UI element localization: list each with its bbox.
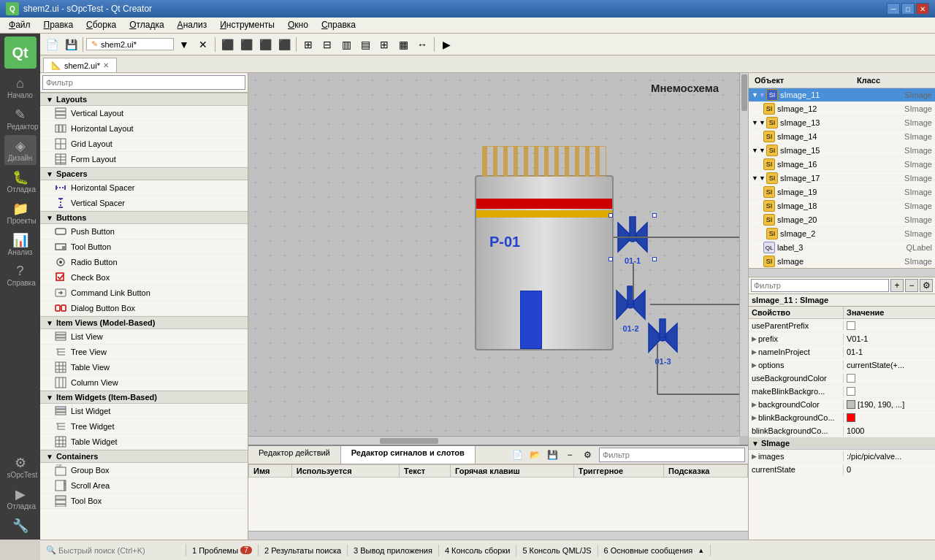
menu-debug[interactable]: Отладка <box>123 18 169 33</box>
align-top-button[interactable]: ⬛ <box>275 36 293 53</box>
canvas-vscrollbar[interactable] <box>739 73 748 436</box>
widget-check-box[interactable]: Check Box <box>40 270 248 285</box>
close-tab-button[interactable]: ✕ <box>194 36 212 53</box>
tab-signal-editor[interactable]: Редактор сигналов и слотов <box>341 446 476 464</box>
sidebar-welcome[interactable]: ⌂ Qt Начало <box>4 73 37 102</box>
expand-17[interactable]: ▼ <box>752 174 759 182</box>
widget-horizontal-layout[interactable]: Horizontal Layout <box>40 121 248 137</box>
prop-options-expand[interactable]: ▶ <box>752 361 757 369</box>
widget-scroll-area[interactable]: Scroll Area <box>40 478 248 494</box>
prop-val-blinkBackgroundColor2[interactable]: 1000 <box>844 426 935 436</box>
prop-backgroundColor-expand[interactable]: ▶ <box>752 401 757 408</box>
section-item-widgets[interactable]: ▼ Item Widgets (Item-Based) <box>40 391 248 404</box>
section-buttons[interactable]: ▼ Buttons <box>40 211 248 224</box>
sidebar-editor[interactable]: ✎ Редактор <box>4 104 37 134</box>
section-item-views[interactable]: ▼ Item Views (Model-Based) <box>40 316 248 329</box>
menu-file[interactable]: Файл <box>3 18 37 33</box>
statusbar-qml-console[interactable]: 5 Консоль QML/JS <box>516 545 598 556</box>
design-tab-close[interactable]: ✕ <box>103 61 109 69</box>
prop-blinkBgColor1-expand[interactable]: ▶ <box>752 414 757 421</box>
obj-row-simage17[interactable]: ▼ ▼ SI sImage_17 SImage <box>749 172 935 185</box>
prop-images-expand[interactable]: ▶ <box>752 453 757 460</box>
layout-form-button[interactable]: ▦ <box>394 36 412 53</box>
handle-br[interactable] <box>652 257 657 261</box>
align-right-button[interactable]: ⬛ <box>256 36 274 53</box>
section-spacers[interactable]: ▼ Spacers <box>40 167 248 180</box>
bottom-settings-button[interactable]: ⚙ <box>579 446 596 464</box>
widget-filter-input[interactable] <box>42 75 245 90</box>
bottom-hscrollbar[interactable] <box>248 531 748 540</box>
prop-section-simage-toggle[interactable]: ▼ <box>752 440 759 448</box>
prop-val-backgroundColor[interactable]: [190, 190, ...] <box>844 399 935 410</box>
obj-row-simage-plain[interactable]: SI sImage SImage <box>749 255 935 268</box>
widget-vertical-layout[interactable]: Vertical Layout <box>40 106 248 121</box>
menu-analyze[interactable]: Анализ <box>172 18 213 33</box>
widget-column-view[interactable]: Column View <box>40 375 248 391</box>
useParentPrefix-checkbox[interactable] <box>847 321 855 330</box>
new-file-button[interactable]: 📄 <box>43 36 61 53</box>
obj-row-label3[interactable]: QL label_3 QLabel <box>749 241 935 255</box>
maximize-button[interactable]: □ <box>901 3 915 15</box>
widget-tree-view[interactable]: Tree View <box>40 345 248 360</box>
obj-tree-hscrollbar[interactable] <box>749 268 935 277</box>
qt-home-button[interactable]: Qt <box>4 37 37 69</box>
makeBlinkBackground-checkbox[interactable] <box>847 387 855 396</box>
quick-search-input[interactable] <box>58 546 175 555</box>
statusbar-main-messages[interactable]: 6 Основные сообщения ▲ <box>598 545 711 556</box>
widget-radio-button[interactable]: Radio Button <box>40 255 248 270</box>
section-layouts[interactable]: ▼ Layouts <box>40 93 248 106</box>
widget-form-layout[interactable]: Form Layout <box>40 152 248 167</box>
sidebar-help[interactable]: ? Справка <box>4 261 37 290</box>
design-tab[interactable]: 📐 shem2.ui* ✕ <box>43 58 117 72</box>
layout-button[interactable]: ⊞ <box>299 36 317 53</box>
bottom-filter-input[interactable] <box>599 448 745 462</box>
preview-button[interactable]: ▶ <box>438 36 455 53</box>
tab-action-editor[interactable]: Редактор действий <box>248 446 341 464</box>
toggle-17[interactable]: ▼ <box>759 174 766 182</box>
prop-val-useParentPrefix[interactable] <box>844 321 935 331</box>
obj-toggle-13[interactable]: ▼ <box>759 119 766 126</box>
widget-vertical-spacer[interactable]: Vertical Spacer <box>40 196 248 211</box>
menu-build[interactable]: Сборка <box>80 18 122 33</box>
obj-toggle-11[interactable]: ▼ <box>759 91 766 99</box>
menu-tools[interactable]: Инструменты <box>214 18 280 33</box>
obj-row-simage2[interactable]: SI sImage_2 SImage <box>749 227 935 241</box>
prop-val-nameInProject[interactable]: 01-1 <box>844 347 935 357</box>
prop-val-blinkBackgroundColor1[interactable] <box>844 413 935 423</box>
widget-dialog-button-box[interactable]: Dialog Button Box <box>40 301 248 316</box>
sidebar-debug[interactable]: 🐛 Отладка <box>4 166 37 196</box>
obj-row-simage12[interactable]: SI sImage_12 SImage <box>749 102 935 116</box>
minimize-button[interactable]: ─ <box>887 3 900 15</box>
prop-val-currentState[interactable]: 0 <box>844 464 935 475</box>
widget-grid-layout[interactable]: Grid Layout <box>40 137 248 152</box>
props-settings-button[interactable]: ⚙ <box>920 279 933 292</box>
bottom-save-button[interactable]: 💾 <box>543 446 561 464</box>
sidebar-tools2[interactable]: 🔧 <box>4 515 37 537</box>
widget-tree-widget[interactable]: Tree Widget <box>40 419 248 434</box>
prop-val-options[interactable]: currentState(+... <box>844 360 935 370</box>
break-layout-button[interactable]: ⊟ <box>318 36 336 53</box>
prop-val-images[interactable]: :/pic/pic/valve... <box>844 451 935 461</box>
obj-expand-13[interactable]: ▼ <box>752 119 759 126</box>
menu-window[interactable]: Окно <box>282 18 314 33</box>
layout-grid-button[interactable]: ⊞ <box>375 36 393 53</box>
expand-15[interactable]: ▼ <box>752 147 759 154</box>
obj-row-simage11[interactable]: ▼ ▼ SI sImage_11 SImage <box>749 88 935 102</box>
sidebar-analyze[interactable]: 📊 Анализ <box>4 229 37 259</box>
widget-table-view[interactable]: Table View <box>40 360 248 375</box>
layout-h-button[interactable]: ▥ <box>337 36 355 53</box>
statusbar-problems[interactable]: 1 Проблемы 7 <box>186 545 259 556</box>
align-left-button[interactable]: ⬛ <box>218 36 236 53</box>
prop-val-useBackgroundColor[interactable] <box>844 373 935 383</box>
obj-row-simage15[interactable]: ▼ ▼ SI sImage_15 SImage <box>749 144 935 158</box>
obj-row-simage13[interactable]: ▼ ▼ SI sImage_13 SImage <box>749 116 935 130</box>
canvas-hscrollbar[interactable] <box>248 436 739 445</box>
valve-01-1[interactable]: 01-1 <box>611 215 654 259</box>
adjust-size-button[interactable]: ↔ <box>413 36 431 53</box>
sidebar-sopctest[interactable]: ⚙ sОpcTest <box>4 452 37 482</box>
design-canvas[interactable]: Мнемосхема Р-01 <box>248 73 748 445</box>
menu-help[interactable]: Справка <box>316 18 362 33</box>
props-add-button[interactable]: + <box>890 279 904 292</box>
obj-expand-11[interactable]: ▼ <box>752 91 759 99</box>
toggle-15[interactable]: ▼ <box>759 147 766 154</box>
